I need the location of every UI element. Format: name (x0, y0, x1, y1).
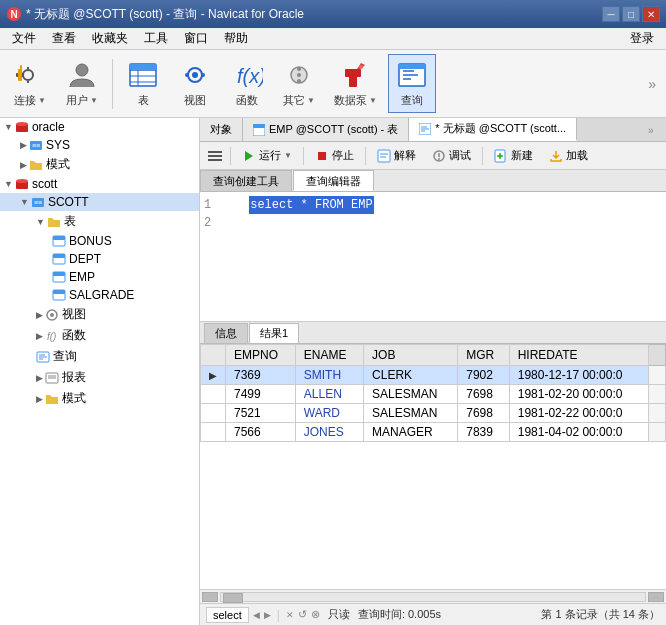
tool-table-label: 表 (138, 93, 149, 108)
tab-objects[interactable]: 对象 (200, 118, 243, 141)
hscroll-bar[interactable] (200, 589, 666, 603)
tool-view[interactable]: 视图 (171, 54, 219, 113)
sub-tab-creator[interactable]: 查询创建工具 (200, 170, 292, 191)
menu-tools[interactable]: 工具 (136, 28, 176, 49)
tool-other[interactable]: 其它 ▼ (275, 54, 323, 113)
menu-file[interactable]: 文件 (4, 28, 44, 49)
hscroll-thumb[interactable] (223, 593, 243, 603)
tab-emp-table[interactable]: EMP @SCOTT (scott) - 表 (243, 118, 409, 141)
status-bar: select ◀ ▶ | ✕ ↺ ⊗ 只读 查询时间: 0.005s 第 1 条… (200, 603, 666, 625)
hscroll-right-btn[interactable] (648, 592, 664, 602)
col-ename[interactable]: ENAME (295, 345, 363, 366)
svg-rect-14 (130, 64, 156, 70)
status-nav-next[interactable]: ▶ (264, 610, 271, 620)
status-stop-small[interactable]: ⊗ (311, 608, 320, 621)
scott-expand-arrow[interactable]: ▼ (4, 179, 13, 189)
status-mode-btn[interactable]: select (206, 607, 249, 623)
sidebar-item-schema2[interactable]: ▶ 模式 (0, 388, 199, 409)
window-title: * 无标题 @SCOTT (scott) - 查询 - Navicat for … (26, 6, 602, 23)
maximize-button[interactable]: □ (622, 6, 640, 22)
row-arrow-cell (201, 404, 226, 423)
line-num-2: 2 (204, 214, 211, 232)
col-hiredate[interactable]: HIREDATE (509, 345, 648, 366)
tool-table[interactable]: 表 (119, 54, 167, 113)
menu-view[interactable]: 查看 (44, 28, 84, 49)
other-arrow: ▼ (307, 96, 315, 105)
sidebar-item-sys[interactable]: ▶ ≡≡ SYS (0, 136, 199, 154)
result-tab-bar: 信息 结果1 (200, 322, 666, 344)
window-controls[interactable]: ─ □ ✕ (602, 6, 660, 22)
schema2-expand-arrow[interactable]: ▶ (36, 394, 43, 404)
table-row[interactable]: 7566 JONES MANAGER 7839 1981-04-02 00:00… (201, 423, 666, 442)
col-empno[interactable]: EMPNO (226, 345, 296, 366)
oracle-expand-arrow[interactable]: ▼ (4, 122, 13, 132)
cell-ename: JONES (295, 423, 363, 442)
col-job[interactable]: JOB (364, 345, 458, 366)
svg-point-33 (16, 122, 28, 126)
menu-help[interactable]: 帮助 (216, 28, 256, 49)
sidebar-item-salgrade[interactable]: SALGRADE (0, 286, 199, 304)
explain-button[interactable]: 解释 (370, 145, 423, 166)
col-mgr[interactable]: MGR (458, 345, 509, 366)
tab-query-active[interactable]: * 无标题 @SCOTT (scott... (409, 118, 577, 141)
tool-connect[interactable]: 连接 ▼ (6, 54, 54, 113)
tool-pump[interactable]: 数据泵 ▼ (327, 54, 384, 113)
tool-function[interactable]: f(x) 函数 (223, 54, 271, 113)
new-query-button[interactable]: 新建 (487, 145, 540, 166)
debug-button[interactable]: 调试 (425, 145, 478, 166)
sidebar-item-queries[interactable]: 查询 (0, 346, 199, 367)
code-area[interactable]: select * FROM EMP (249, 196, 373, 317)
sidebar-item-scott-schema[interactable]: ▼ ≡≡ SCOTT (0, 193, 199, 211)
schema1-expand-arrow[interactable]: ▶ (20, 160, 27, 170)
cell-job: SALESMAN (364, 404, 458, 423)
sidebar-item-bonus[interactable]: BONUS (0, 232, 199, 250)
result-tab-info[interactable]: 信息 (204, 323, 248, 343)
status-nav-prev[interactable]: ◀ (253, 610, 260, 620)
toolbar-expand[interactable]: » (644, 72, 660, 96)
hscroll-track[interactable] (220, 592, 646, 602)
tables-expand-arrow[interactable]: ▼ (36, 217, 45, 227)
sidebar-dept-label: DEPT (69, 252, 101, 266)
views-expand-arrow[interactable]: ▶ (36, 310, 43, 320)
table-row[interactable]: 7499 ALLEN SALESMAN 7698 1981-02-20 00:0… (201, 385, 666, 404)
menu-window[interactable]: 窗口 (176, 28, 216, 49)
sub-tab-editor[interactable]: 查询编辑器 (293, 170, 374, 191)
close-button[interactable]: ✕ (642, 6, 660, 22)
sidebar-emp-label: EMP (69, 270, 95, 284)
status-refresh[interactable]: ↺ (298, 608, 307, 621)
data-table-wrap[interactable]: EMPNO ENAME JOB MGR HIREDATE ▶ 7369 SMIT… (200, 344, 666, 589)
load-button[interactable]: 加载 (542, 145, 595, 166)
reports-icon (45, 371, 59, 385)
stop-button[interactable]: 停止 (308, 145, 361, 166)
sidebar-item-funcs[interactable]: ▶ f() 函数 (0, 325, 199, 346)
hamburger-menu[interactable] (204, 147, 226, 165)
sys-expand-arrow[interactable]: ▶ (20, 140, 27, 150)
hscroll-left-btn[interactable] (202, 592, 218, 602)
line-numbers: 1 2 (204, 196, 211, 317)
sidebar-item-scott[interactable]: ▼ scott (0, 175, 199, 193)
main-layout: ▼ oracle ▶ ≡≡ SYS ▶ 模式 ▼ scott ▼ ≡≡ SCOT… (0, 118, 666, 625)
reports-expand-arrow[interactable]: ▶ (36, 373, 43, 383)
sidebar-item-emp[interactable]: EMP (0, 268, 199, 286)
table-row[interactable]: ▶ 7369 SMITH CLERK 7902 1980-12-17 00:00… (201, 366, 666, 385)
minimize-button[interactable]: ─ (602, 6, 620, 22)
tab-more-icon[interactable]: » (646, 122, 662, 138)
sidebar-item-views[interactable]: ▶ 视图 (0, 304, 199, 325)
sidebar-item-dept[interactable]: DEPT (0, 250, 199, 268)
sidebar-item-oracle[interactable]: ▼ oracle (0, 118, 199, 136)
sidebar-oracle-label: oracle (32, 120, 65, 134)
sidebar-item-tables[interactable]: ▼ 表 (0, 211, 199, 232)
menu-favorites[interactable]: 收藏夹 (84, 28, 136, 49)
funcs-expand-arrow[interactable]: ▶ (36, 331, 43, 341)
sidebar-item-reports[interactable]: ▶ 报表 (0, 367, 199, 388)
editor-area[interactable]: 1 2 select * FROM EMP (200, 192, 666, 322)
scott-schema-expand-arrow[interactable]: ▼ (20, 197, 29, 207)
result-tab-1[interactable]: 结果1 (249, 323, 299, 343)
run-button[interactable]: 运行 ▼ (235, 145, 299, 166)
svg-text:f(x): f(x) (237, 65, 263, 87)
sidebar-item-schema1[interactable]: ▶ 模式 (0, 154, 199, 175)
status-delete[interactable]: ✕ (286, 610, 294, 620)
tool-query[interactable]: 查询 (388, 54, 436, 113)
tool-user[interactable]: 用户 ▼ (58, 54, 106, 113)
table-row[interactable]: 7521 WARD SALESMAN 7698 1981-02-22 00:00… (201, 404, 666, 423)
